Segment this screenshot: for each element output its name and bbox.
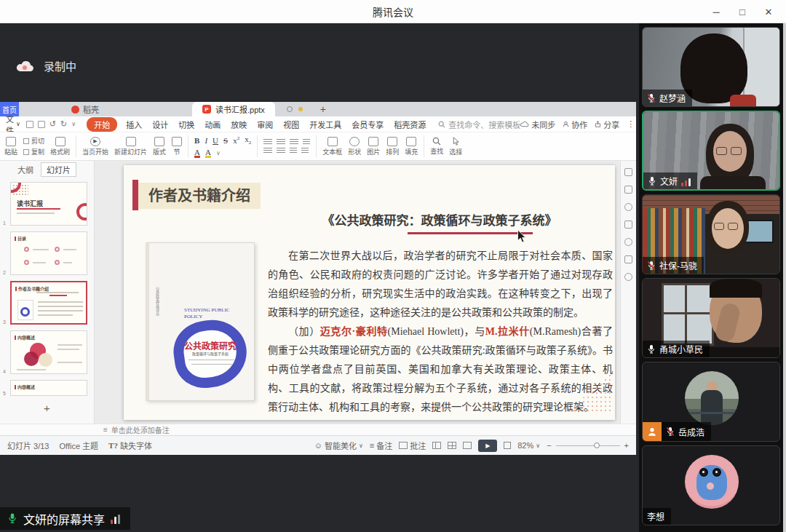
reading-view-icon[interactable] <box>463 442 472 449</box>
new-slide-button[interactable]: 新建幻灯片 <box>114 137 147 156</box>
ribbon-tab-animation[interactable]: 动画 <box>205 119 221 130</box>
slideshow-play-button[interactable]: ▶ <box>478 440 497 452</box>
save-icon[interactable] <box>26 121 33 128</box>
preview-icon[interactable] <box>624 221 632 229</box>
participant-tile-yongchengxiaocaomin[interactable]: 甬城小草民 <box>642 278 780 358</box>
sidebar-scrollbar[interactable] <box>783 23 786 532</box>
comments-button[interactable]: 批注 <box>399 440 426 451</box>
italic-button[interactable]: I <box>205 136 207 145</box>
maximize-button[interactable]: □ <box>729 0 755 23</box>
qat-more-icon[interactable]: ∨ <box>71 121 76 127</box>
minimize-button[interactable]: ─ <box>703 0 729 23</box>
picture-button[interactable]: 图片 <box>367 137 380 156</box>
missing-font-warning[interactable]: T? 缺失字体 <box>108 440 152 451</box>
textbox-button[interactable]: 文本框 <box>322 137 342 156</box>
find-button[interactable]: 查找 <box>430 137 443 156</box>
section-button[interactable]: 节 <box>172 137 182 156</box>
justify-button[interactable] <box>263 148 272 154</box>
strike-button[interactable]: S <box>223 136 228 145</box>
zoom-level[interactable]: 82% ∨ <box>517 441 540 450</box>
copy-button[interactable]: 复制 <box>23 147 44 156</box>
participant-tile-shebao-maxiao[interactable]: 社保-马骁 <box>642 194 780 274</box>
ribbon-tab-review[interactable]: 审阅 <box>257 119 273 130</box>
beautify-icon[interactable] <box>624 203 632 211</box>
zoom-in-button[interactable]: + <box>624 441 629 450</box>
format-painter-button[interactable]: 格式刷 <box>50 137 70 156</box>
tab-docer[interactable]: 稻壳 <box>64 102 106 116</box>
play-from-page-button[interactable]: ▶ 当页开始 <box>82 137 108 156</box>
tab-document[interactable]: P 读书汇报.pptx <box>192 102 275 116</box>
outline-tab[interactable]: 大纲 <box>17 164 33 175</box>
select-button[interactable]: 选择 <box>449 137 462 156</box>
slide-thumbnail-2[interactable]: 目录 <box>10 231 87 275</box>
zoom-out-button[interactable]: − <box>547 441 551 450</box>
ribbon-tab-view[interactable]: 视图 <box>283 119 299 130</box>
thumb-deco <box>55 247 60 252</box>
collaborate-button[interactable]: 协作 <box>563 119 587 130</box>
subscript-button[interactable]: x2 <box>245 135 251 146</box>
fill-button[interactable]: 填充 <box>405 137 418 156</box>
bold-button[interactable]: B <box>194 136 199 145</box>
undo-icon[interactable]: ↺ <box>49 119 56 129</box>
share-button[interactable]: 分享 <box>595 119 619 130</box>
notes-toggle-button[interactable]: ≡ 备注 <box>370 440 392 451</box>
notify-icon[interactable] <box>287 106 293 112</box>
zoom-knob[interactable] <box>594 442 600 448</box>
help-icon[interactable] <box>624 238 632 246</box>
participant-tile-lixiang[interactable]: 李想 <box>642 445 780 525</box>
bullet-list-button[interactable] <box>303 139 310 146</box>
slides-tab[interactable]: 幻灯片 <box>41 162 76 177</box>
layout-button[interactable]: 版式 <box>153 137 166 156</box>
print-icon[interactable] <box>38 121 45 128</box>
close-button[interactable]: ✕ <box>755 0 782 23</box>
theme-name[interactable]: Office 主题 <box>59 440 98 451</box>
indent-button[interactable] <box>301 148 309 154</box>
ribbon-tab-home[interactable]: 开始 <box>87 117 117 132</box>
highlight-color-button[interactable]: A <box>205 148 211 158</box>
current-slide[interactable]: 作者及书籍介绍 《公共政策研究：政策循环与政策子系统》 公共政策经典译丛 STU… <box>124 165 615 420</box>
redo-icon[interactable]: ↻ <box>60 119 67 129</box>
add-slide-button[interactable]: + <box>0 402 94 414</box>
new-tab-button[interactable]: + <box>320 102 326 116</box>
notes-bar[interactable]: ≡ 单击此处添加备注 <box>0 424 636 435</box>
normal-view-icon[interactable] <box>432 442 441 449</box>
participant-tile-zhaomenghan[interactable]: 赵梦涵 <box>642 27 780 107</box>
command-search[interactable]: 查找命令、搜索模板 <box>438 119 520 130</box>
font-color-button[interactable]: A <box>194 148 200 158</box>
adjust-icon[interactable] <box>624 186 632 194</box>
shapes-button[interactable]: 形状 <box>348 137 361 156</box>
underline-button[interactable]: U <box>213 136 218 145</box>
align-right-button[interactable] <box>290 139 298 146</box>
align-center-button[interactable] <box>277 139 285 146</box>
ribbon-tab-devtools[interactable]: 开发工具 <box>309 119 341 130</box>
more-menu-icon[interactable]: ⋮ <box>627 119 635 129</box>
paste-button[interactable]: 粘贴 <box>4 137 17 156</box>
fit-to-window-icon[interactable] <box>504 442 511 449</box>
font-more-icon[interactable]: ∨ <box>216 150 221 156</box>
ribbon-tab-transition[interactable]: 切换 <box>178 119 194 130</box>
participant-tile-wenyan-active-speaker[interactable]: 文妍 <box>642 111 780 191</box>
ribbon-tab-member[interactable]: 会员专享 <box>352 119 384 130</box>
slide-thumbnail-4[interactable]: 内容概述 <box>10 330 87 374</box>
participant-tile-yuechenghao[interactable]: 岳成浩 <box>642 362 780 442</box>
smart-beautify-button[interactable]: ☺ 智能美化 ∨ <box>314 440 363 451</box>
ribbon-tab-design[interactable]: 设计 <box>152 119 168 130</box>
slide-sorter-view-icon[interactable] <box>448 442 456 449</box>
slide-thumbnail-3-current[interactable]: 作者及书籍介绍 <box>10 281 87 325</box>
image-tool-icon[interactable] <box>624 255 632 263</box>
settings-gear-icon[interactable] <box>624 273 632 281</box>
ribbon-tab-insert[interactable]: 插入 <box>126 119 142 130</box>
align-left-button[interactable] <box>263 139 272 146</box>
ribbon-tab-docer-resource[interactable]: 稻壳资源 <box>394 119 426 130</box>
slide-thumbnail-5[interactable]: 内容概述 <box>10 380 87 396</box>
superscript-button[interactable]: x2 <box>233 135 239 145</box>
slide-thumbnail-1[interactable]: 读书汇报 <box>10 182 87 226</box>
sync-status[interactable]: 未同步 <box>520 119 555 130</box>
line-spacing-button[interactable] <box>277 148 285 154</box>
share-doc-icon[interactable] <box>624 168 632 176</box>
zoom-track[interactable] <box>556 445 620 446</box>
cut-button[interactable]: 剪切 <box>23 136 44 146</box>
ribbon-tab-slideshow[interactable]: 放映 <box>231 119 247 130</box>
arrange-button[interactable]: 排列 <box>386 137 399 156</box>
number-list-button[interactable] <box>290 148 297 154</box>
